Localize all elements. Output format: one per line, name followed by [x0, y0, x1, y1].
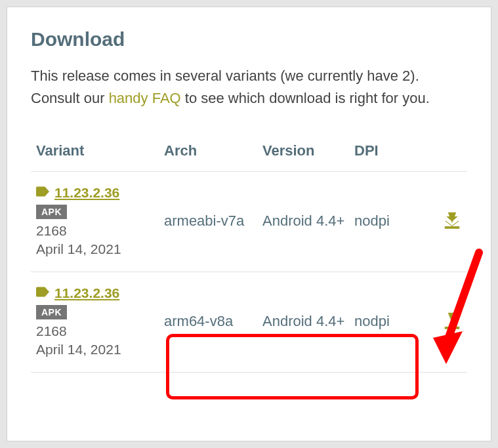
variant-top: 11.23.2.36 — [36, 285, 164, 301]
apk-badge: APK — [36, 205, 67, 219]
variant-build: 2168 — [36, 223, 164, 239]
tag-icon — [36, 186, 49, 199]
table-header: Variant Arch Version DPI — [31, 136, 467, 172]
download-icon[interactable] — [442, 220, 462, 232]
header-dpi: DPI — [354, 142, 413, 159]
header-arch: Arch — [164, 142, 262, 159]
variant-cell: 11.23.2.36 APK 2168 April 14, 2021 — [36, 285, 164, 357]
faq-link[interactable]: handy FAQ — [109, 90, 181, 106]
svg-rect-1 — [445, 327, 460, 329]
desc-text-2: to see which download is right for you. — [181, 90, 430, 106]
arch-cell: armeabi-v7a — [164, 211, 262, 231]
variant-version-link[interactable]: 11.23.2.36 — [54, 185, 119, 201]
table-row: 11.23.2.36 APK 2168 April 14, 2021 arm64… — [31, 272, 467, 373]
variant-top: 11.23.2.36 — [36, 185, 164, 201]
variant-cell: 11.23.2.36 APK 2168 April 14, 2021 — [36, 185, 164, 257]
section-description: This release comes in several variants (… — [31, 65, 467, 110]
header-version: Version — [262, 142, 354, 159]
tag-icon — [36, 287, 49, 300]
download-icon[interactable] — [442, 321, 462, 332]
version-cell: Android 4.4+ — [262, 211, 354, 231]
section-title: Download — [31, 28, 467, 51]
version-cell: Android 4.4+ — [262, 312, 354, 331]
download-cell — [413, 310, 462, 333]
variant-version-link[interactable]: 11.23.2.36 — [54, 285, 119, 301]
variant-build: 2168 — [36, 323, 164, 339]
variant-date: April 14, 2021 — [36, 241, 164, 257]
download-cell — [413, 210, 462, 232]
table-row: 11.23.2.36 APK 2168 April 14, 2021 armea… — [31, 172, 467, 272]
header-download — [413, 142, 462, 159]
dpi-cell: nodpi — [354, 312, 413, 331]
arch-cell: arm64-v8a — [164, 312, 262, 331]
header-variant: Variant — [36, 142, 164, 159]
svg-rect-0 — [445, 226, 460, 229]
download-card: Download This release comes in several v… — [7, 7, 491, 441]
variant-date: April 14, 2021 — [36, 342, 164, 357]
variants-table: Variant Arch Version DPI 11.23.2.36 APK … — [31, 136, 467, 373]
apk-badge: APK — [36, 305, 67, 319]
dpi-cell: nodpi — [354, 211, 413, 231]
